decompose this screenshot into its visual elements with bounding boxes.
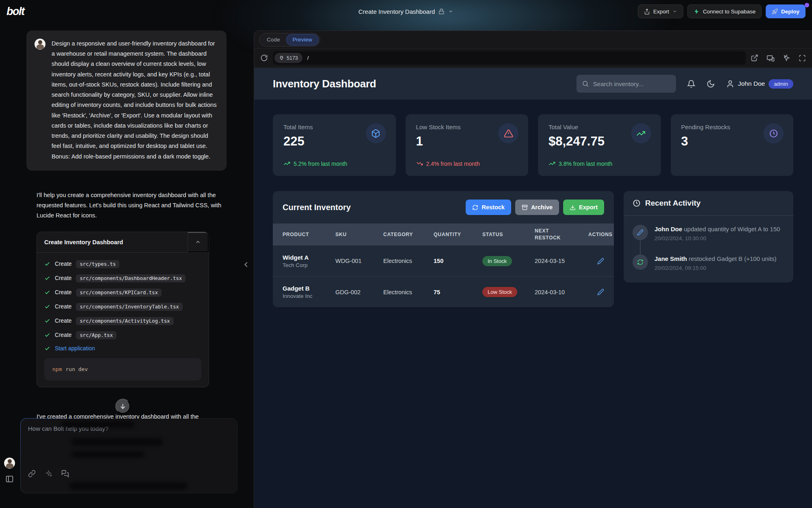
activity-time: 20/02/2024, 10:30:00 [654,235,780,241]
trending-up-icon [549,160,555,167]
clock-icon [633,199,641,207]
connect-supabase-button[interactable]: Connect to Supabase [687,4,762,18]
kpi-trend-text: 5.2% from last month [294,161,347,167]
export-label: Export [653,9,669,15]
export-label: Export [579,204,598,211]
user-name: John Doe [738,80,765,87]
step-row: Create src/components/ActivityLog.tsx [44,317,201,325]
recent-activity-header: Recent Activity [624,191,793,216]
restock-activity-icon [633,254,648,270]
workbench-header: Create Inventory Dashboard [37,232,209,253]
step-file[interactable]: src/types.ts [76,260,119,268]
table-row: Widget A Tech Corp WDG-001 Electronics 1… [273,245,614,276]
app-title: Inventory Dashboard [273,78,376,90]
kpi-trend-text: 2.4% from last month [426,161,480,167]
check-icon [44,289,50,295]
fullscreen-icon[interactable] [799,54,806,62]
category-cell: Electronics [383,289,434,295]
kpi-trend: 2.4% from last month [416,160,480,167]
start-application-link[interactable]: Start application [55,345,95,352]
activity-item: Jane Smith restocked Gadget B (+100 unit… [633,254,784,271]
inspector-pointer-icon[interactable] [783,54,790,62]
edit-row-button[interactable] [597,289,604,295]
terminal-command: npmrun dev [44,358,201,380]
workbench-steps: Create src/types.ts Create src/component… [37,253,209,387]
quantity-cell[interactable]: 150 [434,258,482,264]
check-icon [44,261,50,267]
column-status: Status [482,232,535,237]
step-action: Create [55,261,71,267]
url-field[interactable]: 5173 / [273,51,746,65]
edit-row-button[interactable] [597,258,604,265]
share-icon [644,9,650,15]
alert-triangle-icon [498,123,518,143]
kpi-row: Total Items 225 5.2% from last month Low… [273,114,793,176]
preview-toolbar-icons [751,54,806,62]
sku-cell: WDG-001 [335,258,383,264]
activity-time: 20/02/2024, 09:15:00 [654,265,777,271]
status-badge: In Stock [482,256,512,266]
status-badge: Low Stock [482,287,517,297]
deploy-button[interactable]: Deploy [766,4,806,18]
restock-button[interactable]: Restock [466,200,511,215]
step-file[interactable]: src/components/KPICard.tsx [76,289,162,297]
column-sku: SKU [335,232,383,237]
inventory-header: Current Inventory Restock Ar [273,191,614,224]
project-title-menu[interactable]: Create Inventory Dashboard [358,8,454,15]
trending-up-icon [631,123,651,143]
workbench-collapse-button[interactable] [188,232,209,252]
app-header-right: John Doe admin [577,75,793,93]
kpi-card-total-items: Total Items 225 5.2% from last month [273,114,396,176]
column-category: Category [383,232,434,237]
supabase-bolt-icon [693,9,700,15]
tab-code[interactable]: Code [261,35,286,45]
trending-up-icon [283,160,290,167]
search-input[interactable] [593,80,674,87]
collapse-chat-chevron[interactable] [242,260,251,269]
topbar-actions: Export Connect to Supabase Deploy [638,4,806,18]
check-icon [44,345,50,352]
step-row: Create src/components/DashboardHeader.ts… [44,274,201,282]
port-pill[interactable]: 5173 [274,53,302,63]
edit-activity-icon [633,225,648,240]
open-external-icon[interactable] [751,54,758,62]
kpi-trend: 3.8% from last month [549,160,612,167]
sku-cell: GDG-002 [335,289,383,295]
step-file[interactable]: src/components/ActivityLog.tsx [76,317,173,325]
inventory-card: Current Inventory Restock Ar [273,191,614,307]
tab-preview[interactable]: Preview [286,34,319,46]
step-action: Create [55,289,71,295]
kpi-card-low-stock: Low Stock Items 1 2.4% from last month [406,114,529,176]
export-csv-button[interactable]: Export [563,200,604,215]
app-viewport: Inventory Dashboard [254,68,812,508]
connect-supabase-label: Connect to Supabase [703,9,756,15]
recent-activity-card: Recent Activity John Doe updated quantit… [624,191,793,282]
user-icon [726,80,734,88]
step-row: Create src/App.tsx [44,331,201,339]
user-menu[interactable]: John Doe admin [726,79,793,89]
step-row-start-application: Start application [44,345,201,352]
activity-text: updated quantity of Widget A to 150 [684,226,780,232]
bell-icon[interactable] [687,80,695,88]
activity-timeline: John Doe updated quantity of Widget A to… [624,216,793,282]
deploy-label: Deploy [781,9,799,15]
step-file[interactable]: src/components/DashboardHeader.tsx [76,274,186,282]
responsive-devices-icon[interactable] [767,54,775,62]
chevron-down-icon [448,9,454,14]
dark-mode-toggle-icon[interactable] [706,80,715,88]
search-box [577,75,676,93]
lock-icon [438,9,445,15]
kpi-trend-text: 3.8% from last month [559,161,612,167]
step-file[interactable]: src/App.tsx [76,331,116,339]
column-actions: Actions [588,232,613,237]
activity-user: John Doe [654,226,682,232]
quantity-cell[interactable]: 75 [434,289,482,295]
archive-button[interactable]: Archive [515,200,559,215]
project-title: Create Inventory Dashboard [358,8,435,15]
user-avatar [35,39,45,50]
export-button[interactable]: Export [638,4,683,18]
code-preview-toggle: Code Preview [259,33,320,47]
step-file[interactable]: src/components/InventoryTable.tsx [76,303,182,311]
reload-icon[interactable] [260,54,268,62]
command-binary: npm [52,366,62,372]
